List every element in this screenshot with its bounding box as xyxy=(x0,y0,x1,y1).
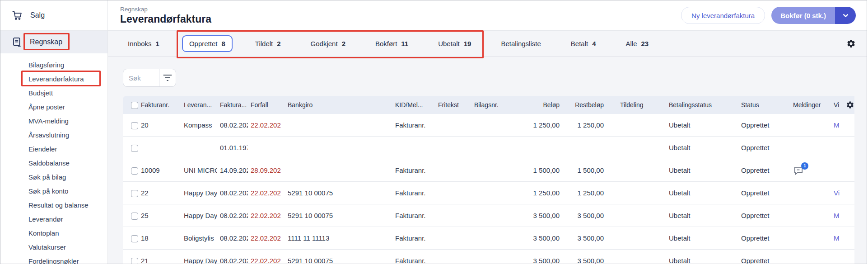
message-icon[interactable]: 1 xyxy=(793,166,804,177)
sidebar: Salg Regnskap BilagsføringLeverandørfakt… xyxy=(0,0,108,264)
filter-icon xyxy=(163,74,172,81)
row-checkbox[interactable] xyxy=(131,258,138,264)
row-checkbox[interactable] xyxy=(131,190,138,197)
cell-sel xyxy=(123,159,138,182)
col-header-bankgiro: Bankgiro xyxy=(285,96,392,114)
cell-forfall: 22.02.202 xyxy=(248,250,285,264)
tab-opprettet[interactable]: Opprettet8 xyxy=(182,35,233,52)
cell-meldinger xyxy=(780,114,821,137)
view-link[interactable]: Vi xyxy=(834,189,840,197)
column-label: Meldinger xyxy=(793,101,821,109)
tabs-settings-icon[interactable] xyxy=(846,39,856,48)
cell-leverandor: Boligstylis xyxy=(181,227,217,250)
sidebar-item-arsavslutning[interactable]: Årsavslutning xyxy=(0,128,107,142)
cell-leverandor: Happy Day xyxy=(181,182,217,204)
cell-bankgiro xyxy=(285,159,392,182)
cell-fakturanr: 18 xyxy=(138,227,181,250)
cell-status: Opprettet xyxy=(728,182,780,204)
sidebar-item-valutakurser[interactable]: Valutakurser xyxy=(0,240,107,254)
row-checkbox[interactable] xyxy=(131,145,138,152)
row-checkbox[interactable] xyxy=(131,235,138,242)
cell-status: Opprettet xyxy=(728,137,780,159)
cell-fakturanr: 21 xyxy=(138,250,181,264)
column-label: Forfall xyxy=(251,101,268,109)
cell-kid: Fakturanr. xyxy=(392,114,435,137)
cell-belop: 3 500,00 xyxy=(513,204,563,227)
cell-meldinger xyxy=(780,250,821,264)
sidebar-item-label: Valutakurser xyxy=(28,243,66,251)
cell-status: Opprettet xyxy=(728,114,780,137)
column-label: Bilagsnr. xyxy=(474,101,499,109)
sidebar-item-saldobalanse[interactable]: Saldobalanse xyxy=(0,156,107,170)
cell-betalingsstatus: Ubetalt xyxy=(656,137,728,159)
cell-tildeling xyxy=(607,250,656,264)
tab-label: Betalt xyxy=(571,40,588,47)
filter-button[interactable] xyxy=(159,69,176,86)
cell-betalingsstatus: Ubetalt xyxy=(656,227,728,250)
cell-vis: M xyxy=(821,204,854,227)
cell-betalingsstatus: Ubetalt xyxy=(656,114,728,137)
invoice-table: Fakturanr.Leveran...Faktura...ForfallBan… xyxy=(123,96,854,264)
col-header-forfall: Forfall xyxy=(248,96,285,114)
sidebar-item-mva-melding[interactable]: MVA-melding xyxy=(0,114,107,128)
row-checkbox[interactable] xyxy=(131,122,138,129)
cell-kid xyxy=(392,137,435,159)
col-header-meldinger: Meldinger xyxy=(780,96,821,114)
sidebar-item-resultat-og-balanse[interactable]: Resultat og balanse xyxy=(0,198,107,212)
sidebar-item-budsjett[interactable]: Budsjett xyxy=(0,86,107,100)
post-dropdown-button[interactable] xyxy=(835,7,856,24)
sidebar-item-eiendeler[interactable]: Eiendeler xyxy=(0,142,107,156)
select-all-checkbox[interactable] xyxy=(131,102,138,109)
tab-bokfort[interactable]: Bokført11 xyxy=(368,35,415,52)
search-input[interactable] xyxy=(123,69,159,86)
post-split-button: Bokfør (0 stk.) xyxy=(771,7,856,24)
sidebar-item-leverandorfaktura[interactable]: Leverandørfaktura xyxy=(0,72,107,86)
sidebar-item-bilagsforing[interactable]: Bilagsføring xyxy=(0,58,107,72)
cell-betalingsstatus: Ubetalt xyxy=(656,204,728,227)
new-invoice-button[interactable]: Ny leverandørfaktura xyxy=(681,7,765,24)
view-link[interactable]: M xyxy=(834,234,840,242)
sidebar-subnav: BilagsføringLeverandørfakturaBudsjettÅpn… xyxy=(0,58,107,264)
tab-godkjent[interactable]: Godkjent2 xyxy=(303,35,353,52)
cell-forfall: 22.02.202 xyxy=(248,227,285,250)
view-link[interactable]: M xyxy=(834,212,840,219)
cell-sel xyxy=(123,204,138,227)
sidebar-item-label: Resultat og balanse xyxy=(28,201,89,209)
tab-betalingsliste[interactable]: Betalingsliste xyxy=(494,35,548,52)
sidebar-item-fordelingsnokler[interactable]: Fordelingsnøkler xyxy=(0,254,107,264)
column-label: Restbeløp xyxy=(575,101,604,109)
column-label: Faktura... xyxy=(220,101,247,109)
sidebar-item-apne-poster[interactable]: Åpne poster xyxy=(0,100,107,114)
grid-header-row: Fakturanr.Leveran...Faktura...ForfallBan… xyxy=(123,96,854,114)
sidebar-item-salg[interactable]: Salg xyxy=(0,0,107,31)
sidebar-item-leverandor[interactable]: Leverandør xyxy=(0,212,107,226)
cell-fakturadato: 01.01.1970 xyxy=(217,137,248,159)
table-row: 22Happy Day08.02.20222.02.2025291 10 000… xyxy=(123,182,854,204)
cell-kid: Fakturanr. xyxy=(392,250,435,264)
row-checkbox[interactable] xyxy=(131,167,138,175)
sidebar-item-regnskap[interactable]: Regnskap xyxy=(0,31,107,53)
view-link[interactable]: M xyxy=(834,121,840,129)
cell-bilagsnr xyxy=(471,204,513,227)
tab-betalt[interactable]: Betalt4 xyxy=(564,35,603,52)
row-checkbox[interactable] xyxy=(131,213,138,220)
due-date: 22.02.202 xyxy=(251,234,281,242)
tab-innboks[interactable]: Innboks1 xyxy=(121,35,167,52)
cell-restbelop: 1 500,00 xyxy=(563,159,607,182)
sidebar-item-sok-pa-bilag[interactable]: Søk på bilag xyxy=(0,170,107,184)
tab-label: Tildelt xyxy=(255,40,273,47)
post-button[interactable]: Bokfør (0 stk.) xyxy=(771,7,835,24)
tab-alle[interactable]: Alle23 xyxy=(619,35,656,52)
sidebar-item-sok-pa-konto[interactable]: Søk på konto xyxy=(0,184,107,198)
cell-sel xyxy=(123,182,138,204)
tab-ubetalt[interactable]: Ubetalt19 xyxy=(431,35,478,52)
cell-tildeling xyxy=(607,137,656,159)
cell-status: Opprettet xyxy=(728,227,780,250)
tab-tildelt[interactable]: Tildelt2 xyxy=(248,35,288,52)
cell-restbelop: 1 250,00 xyxy=(563,114,607,137)
table-settings-icon[interactable] xyxy=(846,101,854,109)
due-date: 28.09.202 xyxy=(251,166,281,174)
tab-count: 1 xyxy=(156,40,159,47)
sidebar-item-label: MVA-melding xyxy=(28,117,69,125)
sidebar-item-kontoplan[interactable]: Kontoplan xyxy=(0,226,107,240)
